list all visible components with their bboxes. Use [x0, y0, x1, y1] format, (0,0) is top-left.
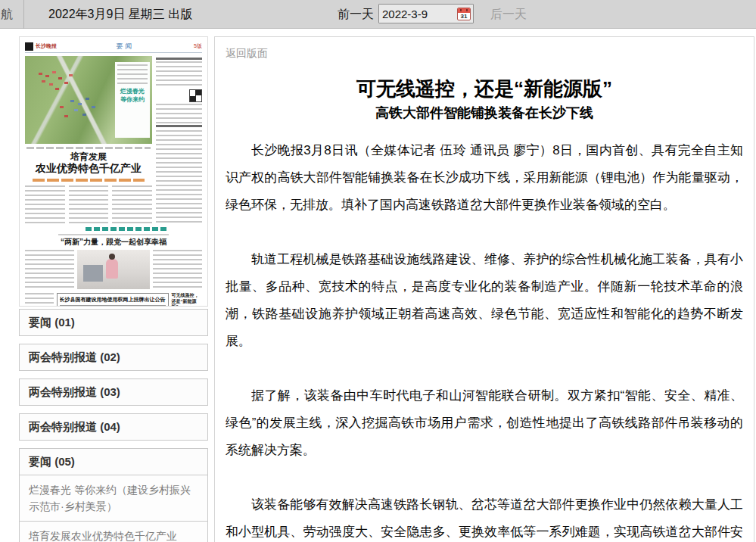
calendar-icon[interactable]: 31: [457, 8, 471, 20]
thumb-subheadline-line: [33, 179, 145, 182]
thumb-text-columns: [25, 185, 152, 223]
article-paragraph: 该装备能够有效解决高速铁路长钢轨、岔芯等道岔大部件更换作业中仍然依赖大量人工和小…: [226, 491, 743, 542]
thumb-mid-section: “两新”力量，跟党一起创享幸福: [25, 234, 202, 289]
thumb-top-section: 烂漫春光 等你来约 培育发展 农业优势特色千亿产业: [25, 56, 202, 223]
article-paragraph: 长沙晚报3月8日讯（全媒体记者 伍玲 通讯员 廖宁）8日，国内首创、具有完全自主…: [226, 137, 743, 219]
article-subtitle: 高铁大部件智能铺换装备在长沙下线: [226, 104, 743, 122]
back-to-page-link[interactable]: 返回版面: [226, 47, 268, 61]
worker-photo: [77, 250, 150, 289]
section-item-05[interactable]: 要闻 (05): [19, 448, 208, 475]
thumb-right-column: [156, 56, 202, 223]
thumb-teal-banner: [86, 227, 167, 231]
section-list: 要闻 (01) 两会特别报道 (02) 两会特别报道 (03) 两会特别报道 (…: [19, 309, 208, 542]
page-thumbnail[interactable]: 长沙晚报 要闻 5版 烂漫春光 等你来约 培育发展 农业优势特色千亿产业: [19, 36, 208, 307]
date-input[interactable]: [379, 8, 457, 20]
section-item-03[interactable]: 两会特别报道 (03): [19, 378, 208, 406]
nav-partial-label: 航: [1, 7, 13, 23]
thumb-section-label: 要闻: [57, 42, 194, 51]
photo-side-panel: 烂漫春光 等你来约: [115, 62, 150, 138]
article-paragraph: 轨道工程机械是铁路基础设施线路建设、维修、养护的综合性机械化施工装备，具有小批量…: [226, 246, 743, 355]
thumb-small-headline: 可无线遥控，还是“新能源版”: [172, 293, 202, 307]
date-picker[interactable]: 31: [378, 4, 474, 23]
article-link-1[interactable]: 烂漫春光 等你来约（建设乡村振兴示范市·乡村美景）: [19, 475, 208, 522]
article-link-2[interactable]: 培育发展农业优势特色千亿产业: [19, 522, 208, 542]
aerial-photo: 烂漫春光 等你来约: [25, 56, 152, 144]
thumb-mid-headline: “两新”力量，跟党一起创享幸福: [25, 237, 202, 248]
section-item-01[interactable]: 要闻 (01): [19, 309, 208, 336]
article-body: 长沙晚报3月8日讯（全媒体记者 伍玲 通讯员 廖宁）8日，国内首创、具有完全自主…: [226, 137, 743, 542]
section-item-04[interactable]: 两会特别报道 (04): [19, 413, 208, 441]
article-title: 可无线遥控，还是“新能源版”: [226, 77, 743, 101]
notice-table: [60, 305, 166, 307]
photo-overlay-text: 烂漫春光 等你来约: [117, 88, 148, 104]
qr-code: [189, 89, 202, 102]
thumb-bottom-section: 长沙县国有建设用地使用权网上挂牌出让公告 可无线遥控，还是“新能源版”: [25, 293, 202, 307]
thumb-masthead: 长沙晚报 要闻 5版: [25, 42, 202, 53]
article-panel: 返回版面 可无线遥控，还是“新能源版” 高铁大部件智能铺换装备在长沙下线 长沙晚…: [214, 36, 754, 542]
top-bar: 航 2022年3月9日 星期三 出版 前一天 31 后一天: [0, 0, 756, 29]
thumb-page-number: 5版: [194, 42, 202, 50]
topbar-divider: [23, 0, 24, 29]
thumb-headline: 培育发展 农业优势特色千亿产业: [25, 151, 152, 176]
next-day-link[interactable]: 后一天: [490, 7, 527, 23]
village-roofs: [39, 73, 42, 75]
prev-day-link[interactable]: 前一天: [338, 7, 374, 23]
publish-date-label: 2022年3月9日 星期三 出版: [48, 7, 192, 23]
photo-caption-line: [26, 147, 151, 149]
section-item-02[interactable]: 两会特别报道 (02): [19, 344, 208, 371]
paper-name: 长沙晚报: [36, 42, 57, 50]
paper-logo-icon: [25, 42, 33, 51]
land-notice-box: 长沙县国有建设用地使用权网上挂牌出让公告: [57, 293, 169, 307]
article-paragraph: 据了解，该装备由中车时代电子和山河智能联合研制。双方紧扣“智能、安全、精准、绿色…: [226, 382, 743, 464]
